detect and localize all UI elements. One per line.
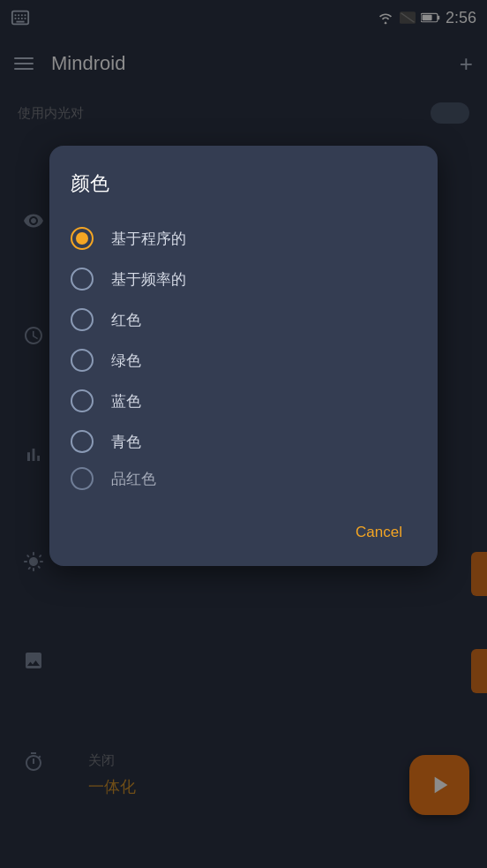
option-blue[interactable]: 蓝色 (71, 381, 416, 421)
cancel-button[interactable]: Cancel (341, 517, 416, 548)
option-green[interactable]: 绿色 (71, 340, 416, 381)
option-frequency-based-label: 基于频率的 (111, 269, 186, 290)
radio-magenta[interactable] (71, 467, 94, 490)
option-program-based[interactable]: 基于程序的 (71, 218, 416, 259)
option-magenta-label: 品红色 (111, 469, 156, 489)
option-blue-label: 蓝色 (111, 391, 141, 411)
dialog-title: 颜色 (71, 170, 416, 197)
radio-green[interactable] (71, 349, 94, 372)
option-green-label: 绿色 (111, 351, 141, 371)
option-cyan[interactable]: 青色 (71, 421, 416, 462)
radio-red[interactable] (71, 308, 94, 331)
radio-frequency-based[interactable] (71, 268, 94, 291)
radio-cyan[interactable] (71, 430, 94, 453)
radio-program-based[interactable] (71, 227, 94, 250)
option-program-based-label: 基于程序的 (111, 229, 186, 249)
option-red[interactable]: 红色 (71, 299, 416, 340)
color-dialog: 颜色 基于程序的 基于频率的 红色 绿色 蓝色 青色 品红色 Cancel (49, 146, 438, 566)
option-cyan-label: 青色 (111, 432, 141, 452)
option-magenta[interactable]: 品红色 (71, 462, 416, 495)
option-frequency-based[interactable]: 基于频率的 (71, 259, 416, 299)
option-red-label: 红色 (111, 310, 141, 330)
radio-blue[interactable] (71, 389, 94, 412)
dialog-footer: Cancel (71, 509, 416, 548)
